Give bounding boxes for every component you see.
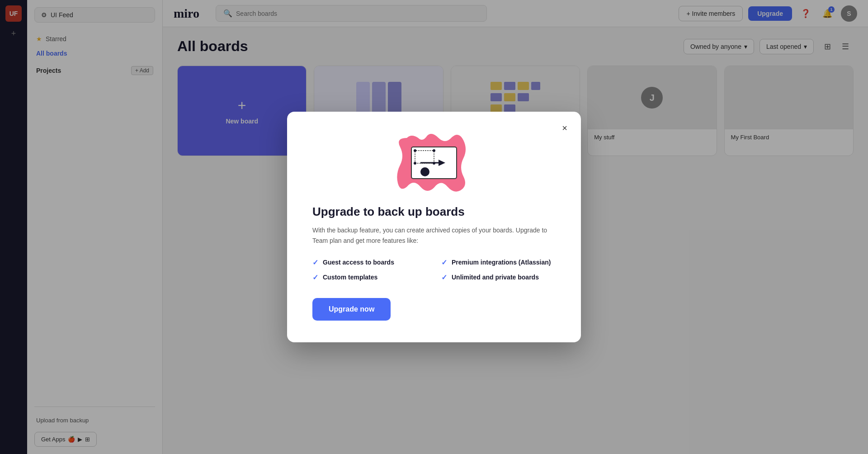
svg-point-16: [414, 149, 416, 152]
svg-point-20: [420, 167, 429, 176]
feature-label: Premium integrations (Atlassian): [452, 259, 551, 266]
check-icon: ✓: [312, 258, 318, 267]
svg-point-18: [414, 162, 416, 165]
features-grid: ✓ Guest access to boards ✓ Premium integ…: [312, 258, 556, 282]
feature-label: Unlimited and private boards: [452, 274, 539, 281]
modal-close-button[interactable]: ×: [557, 121, 572, 135]
feature-label: Custom templates: [323, 274, 377, 281]
modal-title: Upgrade to back up boards: [312, 205, 556, 219]
modal-illustration: [393, 133, 475, 192]
modal-overlay[interactable]: ×: [0, 0, 868, 454]
feature-premium-integrations: ✓ Premium integrations (Atlassian): [441, 258, 556, 267]
check-icon: ✓: [441, 258, 447, 267]
svg-point-19: [433, 162, 435, 165]
upgrade-modal: ×: [287, 112, 581, 342]
check-icon: ✓: [441, 273, 447, 282]
feature-unlimited-boards: ✓ Unlimited and private boards: [441, 273, 556, 282]
check-icon: ✓: [312, 273, 318, 282]
svg-point-17: [433, 149, 435, 152]
app-shell: UF + ⚙ UI Feed ★ Starred All boards Proj…: [0, 0, 868, 454]
feature-guest-access: ✓ Guest access to boards: [312, 258, 427, 267]
feature-label: Guest access to boards: [323, 259, 394, 266]
upgrade-now-button[interactable]: Upgrade now: [312, 298, 391, 321]
feature-custom-templates: ✓ Custom templates: [312, 273, 427, 282]
modal-description: With the backup feature, you can create …: [312, 225, 556, 246]
